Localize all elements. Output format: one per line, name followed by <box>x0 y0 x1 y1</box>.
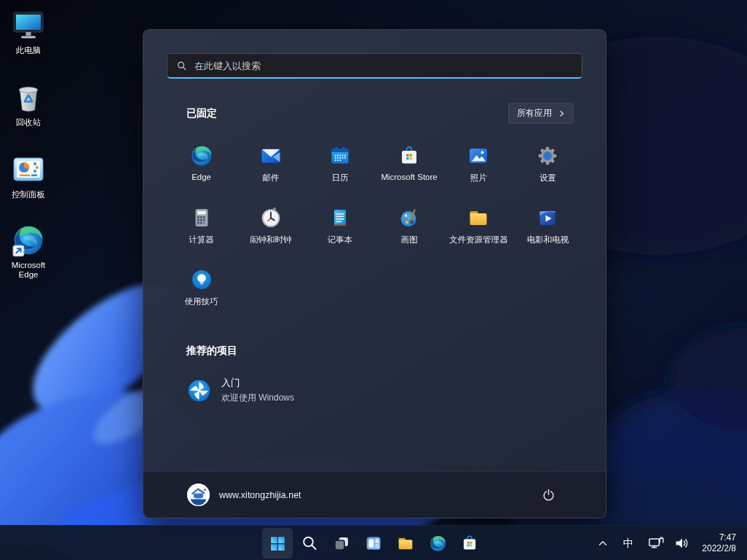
all-apps-button[interactable]: 所有应用 <box>508 103 574 124</box>
desktop-icon-microsoft-edge[interactable]: Microsoft Edge <box>5 224 52 280</box>
taskbar-search-button[interactable] <box>294 528 325 559</box>
desktop-icon-label: 控制面板 <box>12 190 45 200</box>
system-tray: 中 7:47 2022/2/8 <box>593 526 747 560</box>
power-button[interactable] <box>536 483 561 508</box>
app-label: 记事本 <box>328 234 353 245</box>
app-label: 计算器 <box>189 234 214 245</box>
clock-date: 2022/2/8 <box>702 543 736 554</box>
task-view-button[interactable] <box>326 528 357 559</box>
get-started-icon <box>186 378 212 403</box>
settings-gear-icon <box>536 144 559 167</box>
search-box[interactable] <box>167 53 582 79</box>
taskbar-store-button[interactable] <box>454 528 485 559</box>
pinned-app-notepad[interactable]: 记事本 <box>305 200 374 262</box>
desktop-icon-label: 回收站 <box>16 118 42 127</box>
all-apps-label: 所有应用 <box>517 107 552 119</box>
mail-icon <box>259 144 282 167</box>
chevron-right-icon <box>558 110 565 117</box>
taskbar-edge-button[interactable] <box>422 528 453 559</box>
xitongzhijia-logo <box>187 484 210 506</box>
pinned-app-settings[interactable]: 设置 <box>513 138 582 200</box>
search-icon <box>301 535 318 552</box>
edge-icon <box>12 224 45 257</box>
recommended-item-subtitle: 欢迎使用 Windows <box>221 392 294 404</box>
alarm-clock-icon <box>259 206 282 229</box>
this-pc-icon <box>11 7 46 42</box>
pinned-app-microsoft-store[interactable]: Microsoft Store <box>374 138 443 200</box>
start-menu-footer: www.xitongzhijia.net <box>143 471 606 518</box>
pinned-app-tips[interactable]: 使用技巧 <box>167 262 236 324</box>
chevron-up-icon <box>596 537 609 550</box>
widgets-icon <box>364 534 383 553</box>
network-button[interactable] <box>644 529 668 558</box>
tray-overflow-button[interactable] <box>593 529 613 558</box>
desktop-icon-recycle-bin[interactable]: 回收站 <box>5 79 52 127</box>
pinned-app-photos[interactable]: 照片 <box>444 138 513 200</box>
ime-label: 中 <box>618 537 639 551</box>
desktop-icon-label: Microsoft Edge <box>5 261 52 280</box>
pinned-app-edge[interactable]: Edge <box>167 138 236 200</box>
taskbar-file-explorer-button[interactable] <box>390 528 421 559</box>
windows-start-icon <box>269 535 287 553</box>
app-label: 日历 <box>331 173 348 184</box>
search-icon <box>176 60 187 71</box>
pinned-app-file-explorer[interactable]: 文件资源管理器 <box>444 200 513 262</box>
account-button[interactable]: www.xitongzhijia.net <box>187 484 301 506</box>
recommended-title: 推荐的项目 <box>186 344 237 358</box>
clock[interactable]: 7:47 2022/2/8 <box>696 532 739 554</box>
control-panel-icon <box>11 151 46 186</box>
widgets-button[interactable] <box>358 528 389 559</box>
app-label: 使用技巧 <box>185 296 218 307</box>
pinned-app-paint[interactable]: 画图 <box>374 200 443 262</box>
app-label: 文件资源管理器 <box>449 234 508 245</box>
photos-icon <box>467 144 490 167</box>
ethernet-network-icon <box>647 535 665 552</box>
paint-icon <box>398 206 421 229</box>
speaker-icon <box>673 535 691 552</box>
edge-icon <box>190 144 213 167</box>
store-icon <box>460 534 479 553</box>
file-explorer-icon <box>467 206 490 229</box>
volume-button[interactable] <box>670 529 695 558</box>
pinned-title: 已固定 <box>186 107 217 120</box>
pinned-section-header: 已固定 所有应用 <box>186 103 574 124</box>
desktop-icon-label: 此电脑 <box>16 46 42 55</box>
app-label: 邮件 <box>262 173 279 184</box>
clock-time: 7:47 <box>719 532 736 543</box>
app-label: Edge <box>191 173 211 181</box>
calendar-icon <box>328 144 352 167</box>
pinned-app-alarms-clock[interactable]: 闹钟和时钟 <box>236 200 305 262</box>
desktop-icon-this-pc[interactable]: 此电脑 <box>5 7 52 55</box>
pinned-app-calendar[interactable]: 日历 <box>305 138 374 200</box>
store-icon <box>398 144 421 167</box>
recommended-section-header: 推荐的项目 <box>186 344 574 358</box>
recycle-bin-icon <box>11 79 46 114</box>
desktop-icon-control-panel[interactable]: 控制面板 <box>5 151 52 200</box>
task-view-icon <box>332 534 351 553</box>
pinned-apps-grid: Edge 邮件 日历 <box>167 138 582 324</box>
recommended-item-title: 入门 <box>221 376 294 390</box>
taskbar-center-buttons <box>262 528 485 559</box>
start-menu: 已固定 所有应用 Edge 邮件 <box>143 29 606 518</box>
start-button[interactable] <box>262 528 293 559</box>
app-label: 闹钟和时钟 <box>250 234 292 245</box>
windows-desktop: { "colors":{"accent":"#4cc2ff","taskbar_… <box>0 0 747 560</box>
pinned-app-mail[interactable]: 邮件 <box>236 138 305 200</box>
calculator-icon <box>190 206 213 229</box>
ime-indicator[interactable]: 中 <box>614 529 643 558</box>
taskbar: 中 7:47 2022/2/8 <box>0 525 747 560</box>
recommended-item-get-started[interactable]: 入门 欢迎使用 Windows <box>178 372 574 409</box>
search-input[interactable] <box>194 60 573 71</box>
tips-icon <box>190 268 213 291</box>
app-label: Microsoft Store <box>381 173 437 181</box>
pinned-app-calculator[interactable]: 计算器 <box>167 200 236 262</box>
movies-tv-icon <box>536 206 559 229</box>
app-label: 画图 <box>401 234 418 245</box>
app-label: 照片 <box>470 173 487 184</box>
pinned-app-movies-tv[interactable]: 电影和电视 <box>513 200 582 262</box>
account-site-label: www.xitongzhijia.net <box>219 490 301 500</box>
desktop-icon-list: 此电脑 回收站 控制面板 Microsof <box>5 7 52 280</box>
power-icon <box>542 488 556 502</box>
avatar <box>187 484 210 506</box>
app-label: 电影和电视 <box>527 234 569 245</box>
